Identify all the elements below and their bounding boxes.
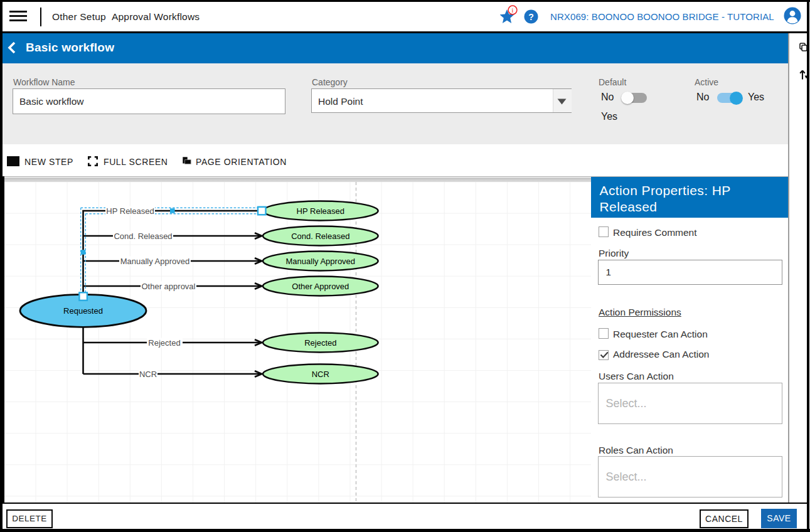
svg-text:NCR: NCR [312,370,329,379]
svg-text:Other Approved: Other Approved [292,282,349,291]
svg-text:HP Released: HP Released [106,206,154,216]
svg-text:Rejected: Rejected [304,338,336,348]
svg-text:HP Released: HP Released [297,206,344,216]
svg-text:NCR: NCR [139,370,157,379]
svg-text:?: ? [528,12,534,22]
svg-text:Other approval: Other approval [142,282,196,291]
svg-text:Rejected: Rejected [148,338,180,348]
svg-text:Requested: Requested [63,306,103,316]
svg-text:Cond. Released: Cond. Released [291,231,349,241]
svg-text:Cond. Released: Cond. Released [114,231,172,241]
svg-text:Manually Approved: Manually Approved [286,257,356,266]
svg-text:i: i [511,6,513,13]
svg-text:Manually Approved: Manually Approved [120,257,190,266]
